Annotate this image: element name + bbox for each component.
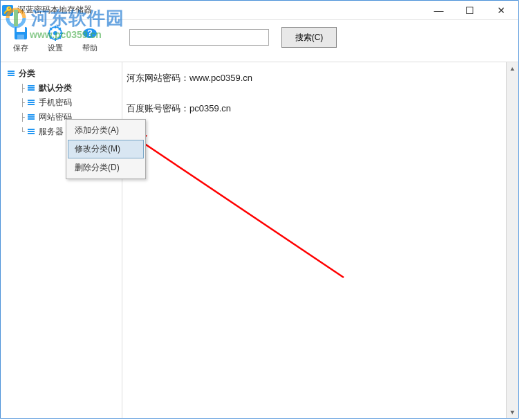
maximize-button[interactable]: ☐ (454, 1, 485, 20)
app-window: 🔑 深蓝密码本地存储器 — ☐ ✕ 保存 设置 ? (0, 0, 519, 419)
tree-item-phone[interactable]: ├ 手机密码 (2, 95, 120, 110)
tree-branch-icon: ├ (20, 98, 25, 107)
tree-item-default[interactable]: ├ 默认分类 (2, 81, 120, 95)
svg-rect-2 (17, 35, 24, 39)
content-line[interactable]: 百度账号密码：pc0359.cn (122, 100, 518, 118)
tree-root-label: 分类 (19, 68, 35, 80)
titlebar[interactable]: 🔑 深蓝密码本地存储器 — ☐ ✕ (1, 1, 518, 20)
tree-branch-icon: └ (20, 127, 25, 136)
tree-item-label: 手机密码 (39, 97, 72, 109)
context-add-category[interactable]: 添加分类(A) (68, 121, 144, 140)
search-button[interactable]: 搜索(C) (281, 27, 337, 48)
help-button[interactable]: ? 帮助 (81, 24, 99, 53)
scroll-up-icon[interactable]: ▲ (507, 62, 518, 74)
tree-item-label: 默认分类 (39, 82, 72, 94)
svg-text:?: ? (87, 28, 92, 38)
save-icon (12, 24, 30, 42)
main-area: 分类 ├ 默认分类 ├ 手机密码 ├ 网站密码 └ 服务器 (1, 62, 518, 418)
search-input[interactable] (129, 29, 269, 46)
tree-root-category[interactable]: 分类 (2, 66, 120, 81)
svg-rect-1 (17, 27, 25, 32)
scroll-down-icon[interactable]: ▼ (507, 406, 518, 418)
content-panel: 河东网站密码：www.pc0359.cn 百度账号密码：pc0359.cn ▲ … (122, 62, 518, 418)
list-icon (28, 100, 36, 107)
vertical-scrollbar[interactable]: ▲ ▼ (506, 62, 518, 418)
list-icon (28, 114, 36, 121)
help-icon: ? (81, 24, 99, 42)
close-button[interactable]: ✕ (485, 1, 517, 20)
tree-item-label: 服务器 (39, 126, 64, 138)
settings-label: 设置 (48, 43, 63, 53)
context-menu: 添加分类(A) 修改分类(M) 删除分类(D) (66, 119, 146, 179)
window-title: 深蓝密码本地存储器 (17, 4, 423, 16)
search-row: 搜索(C) (129, 27, 337, 48)
tree-branch-icon: ├ (20, 84, 25, 93)
save-button[interactable]: 保存 (12, 24, 30, 53)
list-icon (8, 71, 16, 77)
context-modify-category[interactable]: 修改分类(M) (68, 140, 144, 158)
context-delete-category[interactable]: 删除分类(D) (68, 158, 144, 177)
content-line[interactable]: 河东网站密码：www.pc0359.cn (122, 69, 518, 87)
gear-icon (46, 24, 64, 42)
save-label: 保存 (13, 43, 28, 53)
svg-point-4 (53, 31, 57, 35)
settings-button[interactable]: 设置 (46, 24, 64, 53)
app-icon: 🔑 (2, 5, 13, 16)
window-controls: — ☐ ✕ (423, 1, 517, 20)
list-icon (28, 129, 36, 136)
minimize-button[interactable]: — (423, 1, 454, 20)
list-icon (28, 85, 36, 92)
sidebar: 分类 ├ 默认分类 ├ 手机密码 ├ 网站密码 └ 服务器 (1, 62, 122, 418)
help-label: 帮助 (82, 43, 98, 53)
tree-branch-icon: ├ (20, 113, 25, 122)
